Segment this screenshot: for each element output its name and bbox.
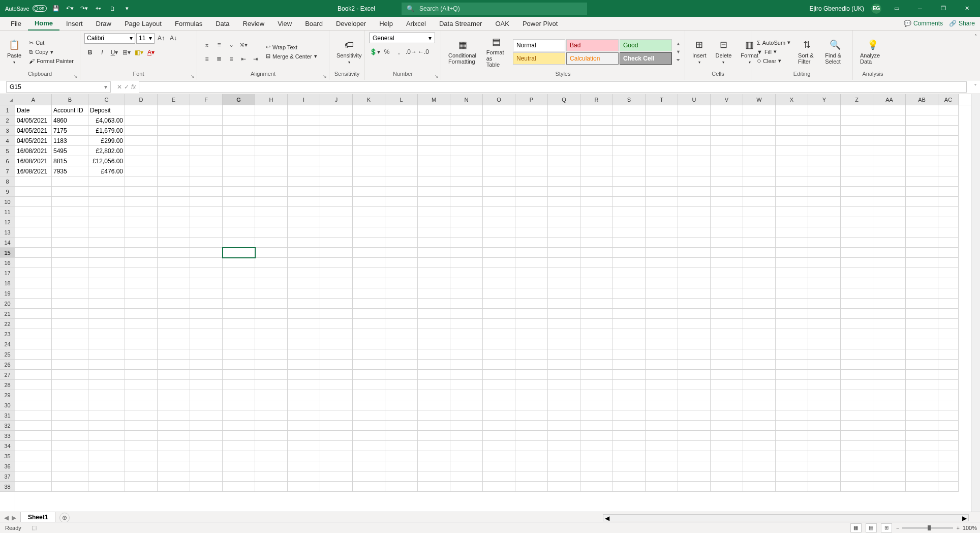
cell[interactable] <box>776 421 808 431</box>
cell[interactable] <box>548 319 580 329</box>
cell[interactable] <box>353 461 385 471</box>
cell[interactable] <box>678 227 711 238</box>
cell[interactable] <box>808 207 841 217</box>
cell[interactable] <box>808 339 841 349</box>
cell[interactable] <box>743 268 776 278</box>
cell[interactable] <box>125 441 158 451</box>
cell[interactable] <box>223 421 255 431</box>
cell[interactable] <box>743 319 776 329</box>
cell[interactable] <box>288 105 320 115</box>
cell[interactable] <box>808 126 841 136</box>
cell[interactable] <box>646 197 678 207</box>
cell[interactable] <box>125 268 158 278</box>
cell[interactable] <box>613 329 646 339</box>
style-bad[interactable]: Bad <box>566 39 619 51</box>
cell[interactable] <box>613 319 646 329</box>
cell[interactable]: 8815 <box>52 156 88 166</box>
cell[interactable] <box>52 207 88 217</box>
cell[interactable] <box>385 115 418 126</box>
cell[interactable] <box>223 339 255 349</box>
cell[interactable] <box>52 248 88 258</box>
cell[interactable] <box>646 217 678 227</box>
cell[interactable] <box>385 390 418 400</box>
cell[interactable] <box>613 421 646 431</box>
cell[interactable] <box>515 115 548 126</box>
cell[interactable] <box>548 329 580 339</box>
tab-file[interactable]: File <box>4 17 28 30</box>
cell[interactable] <box>938 482 959 492</box>
column-header[interactable]: AC <box>938 94 959 105</box>
cell[interactable] <box>255 136 288 146</box>
cell[interactable] <box>678 482 711 492</box>
cell[interactable] <box>711 126 743 136</box>
cell[interactable] <box>548 400 580 410</box>
cell[interactable] <box>548 146 580 156</box>
cell[interactable] <box>52 258 88 268</box>
cell[interactable] <box>483 176 515 187</box>
cell[interactable] <box>52 349 88 360</box>
cell[interactable] <box>158 471 190 482</box>
cell[interactable] <box>223 207 255 217</box>
cell[interactable] <box>613 197 646 207</box>
cell[interactable] <box>223 115 255 126</box>
cell[interactable] <box>938 227 959 238</box>
cell[interactable] <box>158 156 190 166</box>
cell[interactable] <box>125 471 158 482</box>
cell[interactable] <box>613 400 646 410</box>
cell[interactable] <box>125 166 158 176</box>
cell[interactable] <box>938 421 959 431</box>
number-format-select[interactable]: General▾ <box>369 33 435 43</box>
cell[interactable] <box>646 299 678 309</box>
cell[interactable] <box>873 126 906 136</box>
cell[interactable] <box>223 319 255 329</box>
search-input[interactable]: 🔍 Search (Alt+Q) <box>402 3 587 15</box>
cell[interactable] <box>88 482 125 492</box>
cell[interactable] <box>613 410 646 421</box>
cell[interactable] <box>483 431 515 441</box>
cell[interactable] <box>841 349 873 360</box>
cell[interactable] <box>711 156 743 166</box>
cell[interactable] <box>808 421 841 431</box>
increase-font-icon[interactable]: A↑ <box>156 33 167 44</box>
cell[interactable] <box>288 197 320 207</box>
cell[interactable] <box>873 441 906 451</box>
cell[interactable] <box>52 471 88 482</box>
cell[interactable] <box>385 248 418 258</box>
cell[interactable] <box>678 146 711 156</box>
row-header[interactable]: 26 <box>0 360 15 370</box>
cell[interactable] <box>450 400 483 410</box>
cell[interactable] <box>320 146 353 156</box>
cell[interactable] <box>255 146 288 156</box>
cell[interactable] <box>483 370 515 380</box>
cell[interactable] <box>190 258 223 268</box>
cell[interactable] <box>353 370 385 380</box>
cell[interactable] <box>483 299 515 309</box>
cell[interactable] <box>353 421 385 431</box>
cell[interactable] <box>711 115 743 126</box>
cell[interactable] <box>711 431 743 441</box>
cell[interactable] <box>353 207 385 217</box>
cell[interactable] <box>483 441 515 451</box>
cell[interactable] <box>353 105 385 115</box>
cell[interactable] <box>906 380 938 390</box>
cell[interactable] <box>580 360 613 370</box>
cell[interactable] <box>288 187 320 197</box>
cell[interactable] <box>15 238 52 248</box>
cell[interactable] <box>548 166 580 176</box>
cell[interactable] <box>320 461 353 471</box>
cell[interactable] <box>841 197 873 207</box>
cell[interactable] <box>385 431 418 441</box>
cell[interactable] <box>190 380 223 390</box>
cell[interactable] <box>580 319 613 329</box>
cell[interactable] <box>580 105 613 115</box>
cell[interactable] <box>353 227 385 238</box>
cell[interactable] <box>711 146 743 156</box>
cell[interactable] <box>938 380 959 390</box>
cell[interactable] <box>483 105 515 115</box>
cell[interactable] <box>158 136 190 146</box>
cell[interactable] <box>906 176 938 187</box>
cell[interactable] <box>52 431 88 441</box>
align-top-icon[interactable]: ⌅ <box>201 39 212 50</box>
cell[interactable] <box>548 370 580 380</box>
cell[interactable] <box>353 217 385 227</box>
